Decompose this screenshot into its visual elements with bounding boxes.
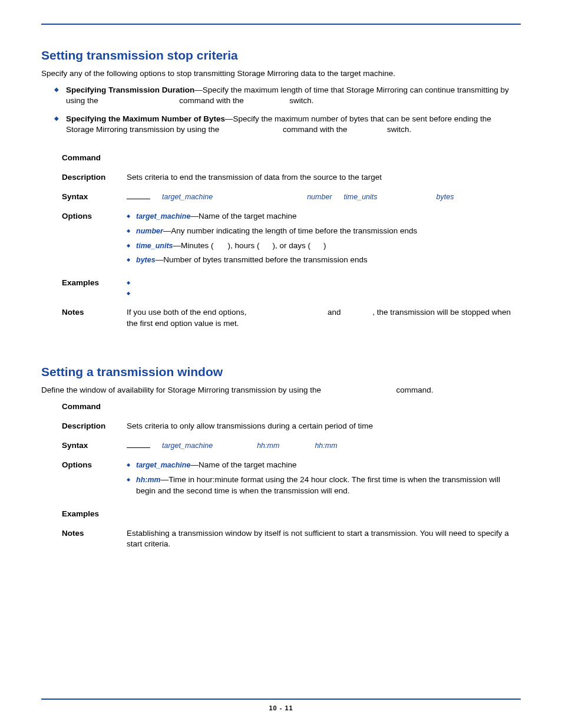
page-number: 10 - 11 bbox=[269, 704, 293, 711]
syntax-param: target_machine bbox=[162, 193, 213, 201]
syntax-param: hh:mm bbox=[257, 442, 279, 450]
option-item: number—Any number indicating the length … bbox=[127, 226, 521, 237]
syntax-param: time_units bbox=[344, 193, 378, 201]
list-item: Specifying the Maximum Number of Bytes—S… bbox=[54, 114, 521, 135]
option-name: bytes bbox=[136, 256, 156, 264]
row-value-options: target_machine—Name of the target machin… bbox=[127, 460, 521, 500]
row-value-description: Sets criteria to end the transmission of… bbox=[127, 172, 521, 183]
option-item: target_machine—Name of the target machin… bbox=[127, 460, 521, 471]
option-name: target_machine bbox=[136, 461, 190, 469]
row-label-options: Options bbox=[62, 460, 127, 500]
row-label-syntax: Syntax bbox=[62, 192, 127, 203]
option-name: hh:mm bbox=[136, 476, 161, 484]
notes-text: If you use both of the end options, bbox=[127, 308, 249, 317]
page-footer: 10 - 11 bbox=[41, 699, 521, 711]
command-table-2: Command Description Sets criteria to onl… bbox=[62, 401, 521, 550]
bullet-text: command with the bbox=[177, 96, 246, 105]
bullet-text: switch. bbox=[385, 125, 411, 134]
option-item: hh:mm—Time in hour:minute format using t… bbox=[127, 475, 521, 497]
row-label-examples: Examples bbox=[62, 509, 127, 520]
option-desc: —Name of the target machine bbox=[190, 212, 296, 220]
row-label-options: Options bbox=[62, 211, 127, 270]
option-desc: ), hours ( bbox=[228, 241, 260, 250]
option-desc: —Any number indicating the length of tim… bbox=[163, 226, 418, 235]
row-label-notes: Notes bbox=[62, 528, 127, 551]
stop-criteria-list: Specifying Transmission Duration—Specify… bbox=[54, 85, 521, 135]
option-name: time_units bbox=[136, 242, 173, 250]
option-item: target_machine—Name of the target machin… bbox=[127, 211, 521, 222]
row-value-syntax: target_machinenumbertime_unitsbytes bbox=[127, 192, 521, 203]
row-value-description: Sets criteria to only allow transmission… bbox=[127, 421, 521, 432]
notes-text: and bbox=[325, 308, 343, 317]
option-desc: ) bbox=[323, 241, 326, 250]
row-value-options: target_machine—Name of the target machin… bbox=[127, 211, 521, 270]
row-value-command bbox=[127, 153, 521, 164]
row-value-notes: If you use both of the end options, and … bbox=[127, 307, 521, 330]
row-label-examples: Examples bbox=[62, 278, 127, 299]
example-bullet bbox=[127, 288, 521, 299]
bullet-lead: Specifying the Maximum Number of Bytes bbox=[66, 114, 225, 123]
syntax-param: bytes bbox=[437, 193, 454, 201]
command-table-1: Command Description Sets criteria to end… bbox=[62, 153, 521, 330]
option-name: number bbox=[136, 227, 163, 235]
syntax-param: number bbox=[307, 193, 332, 201]
syntax-param: hh:mm bbox=[315, 442, 337, 450]
option-desc: —Number of bytes transmitted before the … bbox=[156, 255, 368, 264]
row-label-description: Description bbox=[62, 421, 127, 432]
option-item: time_units—Minutes (), hours (), or days… bbox=[127, 241, 521, 252]
option-desc: —Name of the target machine bbox=[190, 460, 296, 469]
option-desc: —Minutes ( bbox=[173, 241, 214, 250]
bullet-text: command with the bbox=[280, 125, 349, 134]
heading-transmission-window: Setting a transmission window bbox=[41, 365, 521, 379]
row-label-command: Command bbox=[62, 401, 127, 413]
intro-stop-criteria: Specify any of the following options to … bbox=[41, 68, 521, 79]
intro-text: command. bbox=[394, 386, 434, 394]
row-value-command bbox=[127, 401, 521, 413]
bullet-lead: Specifying Transmission Duration bbox=[66, 85, 194, 94]
row-value-syntax: target_machinehh:mmhh:mm bbox=[127, 440, 521, 452]
row-label-command: Command bbox=[62, 153, 127, 164]
row-label-notes: Notes bbox=[62, 307, 127, 330]
heading-stop-criteria: Setting transmission stop criteria bbox=[41, 48, 521, 62]
intro-transmission-window: Define the window of availability for St… bbox=[41, 385, 521, 396]
row-value-notes: Establishing a transmission window by it… bbox=[127, 528, 521, 551]
option-desc: —Time in hour:minute format using the 24… bbox=[136, 475, 500, 495]
example-bullet bbox=[127, 278, 521, 288]
list-item: Specifying Transmission Duration—Specify… bbox=[54, 85, 521, 106]
top-rule bbox=[41, 24, 521, 25]
option-desc: ), or days ( bbox=[273, 241, 311, 250]
row-label-syntax: Syntax bbox=[62, 440, 127, 452]
intro-text: Define the window of availability for St… bbox=[41, 386, 323, 394]
row-value-examples bbox=[127, 509, 521, 520]
page: Setting transmission stop criteria Speci… bbox=[0, 0, 562, 728]
option-item: bytes—Number of bytes transmitted before… bbox=[127, 255, 521, 266]
syntax-param: target_machine bbox=[162, 442, 213, 450]
bullet-text: switch. bbox=[287, 96, 314, 105]
row-label-description: Description bbox=[62, 172, 127, 183]
row-value-examples bbox=[127, 278, 521, 299]
option-name: target_machine bbox=[136, 212, 190, 220]
